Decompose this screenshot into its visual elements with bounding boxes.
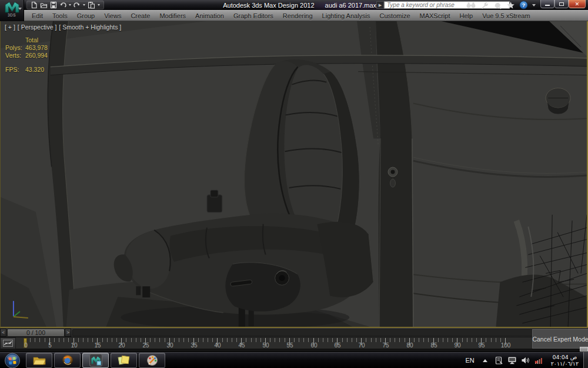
paste-icon[interactable] bbox=[88, 1, 95, 9]
tick-95: 95 bbox=[478, 342, 485, 349]
favorites-icon[interactable] bbox=[506, 1, 515, 9]
menu-bar: Edit Tools Group Views Create Modifiers … bbox=[0, 10, 588, 21]
tick-5: 5 bbox=[48, 342, 52, 349]
viewport-general-menu[interactable]: [ + ] bbox=[5, 24, 15, 31]
tick-80: 80 bbox=[406, 342, 413, 349]
search-scope-arrow-icon[interactable]: ▶ bbox=[376, 1, 384, 9]
menu-tools[interactable]: Tools bbox=[48, 12, 72, 19]
taskbar-firefox[interactable] bbox=[54, 353, 81, 368]
start-button[interactable] bbox=[4, 353, 21, 368]
taskbar-paint[interactable] bbox=[139, 353, 165, 368]
menu-vue-xstream[interactable]: Vue 9.5 xStream bbox=[477, 12, 535, 19]
display-icon[interactable] bbox=[507, 356, 517, 364]
tick-75: 75 bbox=[382, 342, 389, 349]
windows-taskbar: EN ص 04:04 ٢٠١١/٠٦/١٢ bbox=[0, 352, 588, 368]
minimize-button[interactable] bbox=[540, 0, 554, 8]
communication-center-icon[interactable] bbox=[480, 1, 489, 9]
infocenter-icons: ? bbox=[466, 0, 536, 10]
tick-65: 65 bbox=[334, 342, 340, 349]
redo-dropdown-icon[interactable] bbox=[83, 4, 85, 6]
tick-55: 55 bbox=[286, 342, 293, 349]
tick-15: 15 bbox=[94, 342, 101, 349]
mini-curve-editor-icon bbox=[3, 340, 13, 347]
search-binoculars-icon[interactable] bbox=[466, 1, 476, 9]
new-scene-icon[interactable] bbox=[31, 1, 38, 9]
menu-create[interactable]: Create bbox=[126, 12, 155, 19]
3d-scene-car-seat[interactable] bbox=[1, 21, 587, 327]
menu-rendering[interactable]: Rendering bbox=[278, 12, 318, 19]
tick-25: 25 bbox=[142, 342, 149, 349]
language-indicator[interactable]: EN bbox=[465, 357, 474, 364]
menu-views[interactable]: Views bbox=[99, 12, 126, 19]
undo-icon[interactable] bbox=[59, 1, 66, 9]
expert-mode-panel: Cancel Expert Mode bbox=[532, 329, 588, 349]
menu-graph-editors[interactable]: Graph Editors bbox=[229, 12, 278, 19]
time-slider-handle[interactable]: 0 / 100 bbox=[7, 329, 65, 337]
menu-edit[interactable]: Edit bbox=[27, 12, 48, 19]
paint-palette-icon bbox=[146, 354, 158, 366]
undo-dropdown-icon[interactable] bbox=[69, 4, 71, 6]
menu-customize[interactable]: Customize bbox=[375, 12, 415, 19]
taskbar-windows-explorer[interactable] bbox=[26, 353, 52, 368]
open-file-icon[interactable] bbox=[40, 1, 48, 9]
perspective-viewport: [ + ] [ Perspective ] [ Smooth + Highlig… bbox=[0, 21, 588, 328]
menu-lighting-analysis[interactable]: Lighting Analysis bbox=[318, 12, 375, 19]
menu-animation[interactable]: Animation bbox=[191, 12, 229, 19]
help-icon[interactable]: ? bbox=[519, 1, 528, 9]
3ds-max-logo-icon bbox=[4, 1, 20, 14]
title-bar: Autodesk 3ds Max Design 2012 audi a6 201… bbox=[0, 0, 588, 10]
verts-label: Verts: bbox=[5, 52, 24, 59]
tick-70: 70 bbox=[358, 342, 365, 349]
menu-maxscript[interactable]: MAXScript bbox=[415, 12, 455, 19]
time-slider-track[interactable] bbox=[72, 329, 587, 336]
close-button[interactable]: ✕ bbox=[569, 0, 586, 8]
show-desktop-button[interactable] bbox=[583, 352, 588, 368]
show-hidden-icons-icon[interactable] bbox=[483, 359, 487, 362]
svg-text:?: ? bbox=[522, 2, 526, 8]
window-controls: ✕ bbox=[540, 0, 586, 8]
tick-60: 60 bbox=[310, 342, 317, 349]
help-dropdown-icon[interactable] bbox=[532, 4, 536, 6]
mini-curve-editor-button[interactable] bbox=[0, 337, 16, 349]
tray-clock[interactable]: ص 04:04 ٢٠١١/٠٦/١٢ bbox=[551, 354, 579, 367]
polys-value: 463,978 bbox=[25, 44, 48, 51]
next-frame-button[interactable]: > bbox=[65, 329, 71, 337]
cancel-expert-mode-button[interactable]: Cancel Expert Mode bbox=[532, 336, 588, 343]
taskbar-sticky-notes[interactable] bbox=[111, 353, 137, 368]
logo-label: 3DS bbox=[8, 13, 16, 17]
paste-dropdown-icon[interactable] bbox=[98, 4, 100, 6]
window-title: Autodesk 3ds Max Design 2012 audi a6 201… bbox=[141, 0, 376, 10]
subscription-center-icon[interactable] bbox=[493, 1, 502, 9]
3ds-max-window: Autodesk 3ds Max Design 2012 audi a6 201… bbox=[0, 0, 588, 368]
application-menu-button[interactable]: 3DS bbox=[0, 0, 24, 21]
tick-45: 45 bbox=[238, 342, 245, 349]
previous-frame-button[interactable]: < bbox=[0, 329, 6, 337]
viewport-label: [ + ] [ Perspective ] [ Smooth + Highlig… bbox=[5, 24, 121, 31]
sticky-notes-icon bbox=[118, 354, 130, 366]
action-center-icon[interactable] bbox=[495, 356, 503, 365]
tick-10: 10 bbox=[71, 342, 77, 349]
network-status-icon[interactable] bbox=[534, 356, 543, 364]
tick-50: 50 bbox=[262, 342, 269, 349]
redo-icon[interactable] bbox=[74, 1, 81, 9]
taskbar-3ds-max[interactable] bbox=[82, 353, 109, 368]
tick-85: 85 bbox=[430, 342, 437, 349]
viewport-pov-menu[interactable]: [ Perspective ] bbox=[18, 24, 57, 31]
fps-value: 43.320 bbox=[25, 66, 48, 73]
volume-icon[interactable] bbox=[521, 356, 530, 364]
menu-modifiers[interactable]: Modifiers bbox=[155, 12, 191, 19]
tick-40: 40 bbox=[214, 342, 220, 349]
track-bar: 0 5 10 15 20 25 30 35 40 45 50 55 60 65 … bbox=[0, 337, 588, 349]
tick-100: 100 bbox=[501, 342, 511, 349]
menu-help[interactable]: Help bbox=[455, 12, 478, 19]
viewport-statistics: Total Polys: 463,978 Verts: 260,994 FPS:… bbox=[5, 37, 48, 73]
save-file-icon[interactable] bbox=[50, 1, 57, 9]
menu-group[interactable]: Group bbox=[72, 12, 100, 19]
tick-20: 20 bbox=[118, 342, 125, 349]
track-bar-ruler[interactable]: 0 5 10 15 20 25 30 35 40 45 50 55 60 65 … bbox=[16, 337, 532, 349]
polys-label: Polys: bbox=[5, 44, 24, 51]
resize-grip[interactable] bbox=[580, 347, 588, 352]
maximize-button[interactable] bbox=[554, 0, 569, 8]
viewport-shading-menu[interactable]: [ Smooth + Highlights ] bbox=[59, 24, 121, 31]
windows-explorer-icon bbox=[33, 355, 46, 366]
